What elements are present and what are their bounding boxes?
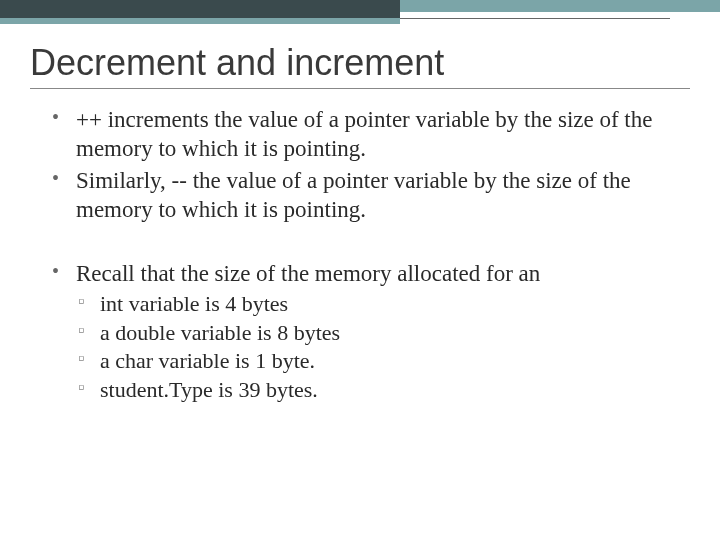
top-bar-teal-right — [400, 0, 720, 12]
bullet-item: Recall that the size of the memory alloc… — [52, 259, 680, 288]
sub-bullet-item: a char variable is 1 byte. — [76, 347, 680, 376]
top-bar-teal-under — [0, 18, 400, 24]
bullet-list: ++ increments the value of a pointer var… — [30, 105, 690, 405]
top-bar-dark-segment — [0, 0, 400, 18]
sub-bullet-item: a double variable is 8 bytes — [76, 319, 680, 348]
slide-top-decoration — [0, 0, 720, 26]
slide-title: Decrement and increment — [30, 42, 690, 89]
bullet-item: ++ increments the value of a pointer var… — [52, 105, 680, 164]
slide-content: Decrement and increment ++ increments th… — [0, 26, 720, 405]
sub-bullet-item: int variable is 4 bytes — [76, 290, 680, 319]
top-bar-thin-line — [400, 18, 670, 19]
bullet-item: Similarly, -- the value of a pointer var… — [52, 166, 680, 225]
spacer — [52, 227, 680, 259]
sub-bullet-item: student.Type is 39 bytes. — [76, 376, 680, 405]
